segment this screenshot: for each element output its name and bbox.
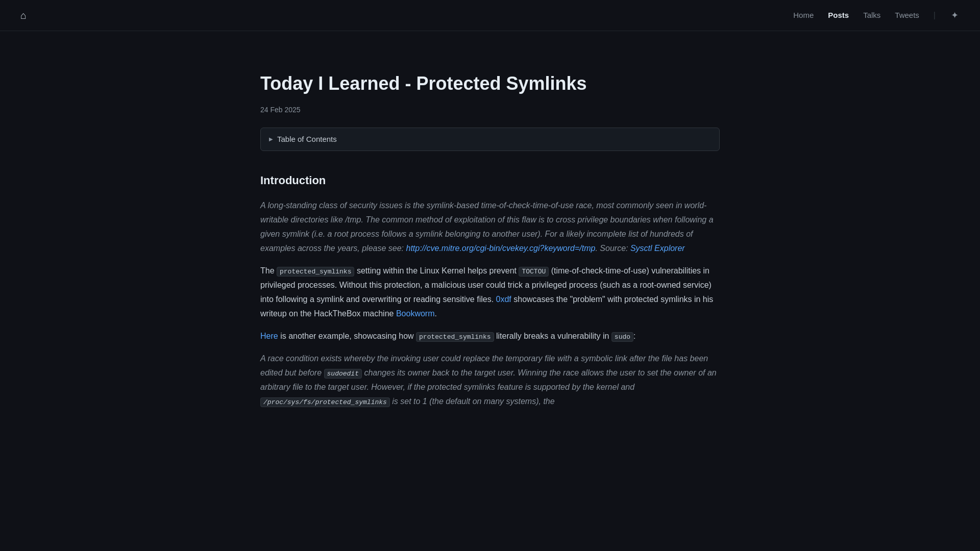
intro-para-2-text-2: setting within the Linux Kernel helps pr… [354, 266, 519, 275]
sysctl-explorer-link[interactable]: Sysctl Explorer [630, 244, 685, 253]
proc-symlinks-code: /proc/sys/fs/protected_symlinks [260, 397, 390, 407]
intro-para-4-text-3: is set to 1 (the default on many systems… [390, 397, 555, 406]
intro-para-3: Here is another example, showcasing how … [260, 329, 720, 343]
nav-talks[interactable]: Talks [863, 9, 880, 21]
toctou-code: TOCTOU [519, 267, 549, 277]
toc-summary[interactable]: ▶ Table of Contents [269, 133, 711, 145]
intro-para-4: A race condition exists whereby the invo… [260, 352, 720, 409]
nav-posts[interactable]: Posts [828, 9, 849, 21]
intro-para-2-text-1: The [260, 266, 277, 275]
bookworm-link[interactable]: Bookworm [396, 309, 435, 318]
cve-link[interactable]: http://cve.mitre.org/cgi-bin/cvekey.cgi?… [406, 244, 595, 253]
intro-para-1-text-after: . Source: [595, 244, 630, 253]
nav-divider: | [934, 9, 936, 22]
section-heading-introduction: Introduction [260, 171, 720, 189]
here-link[interactable]: Here [260, 332, 278, 340]
section-introduction: Introduction A long-standing class of se… [260, 171, 720, 409]
post-date: 24 Feb 2025 [260, 104, 720, 115]
main-content: Today I Learned - Protected Symlinks 24 … [240, 31, 740, 456]
navbar: ⌂ Home Posts Talks Tweets | ✦ [0, 0, 980, 31]
toc-label: Table of Contents [277, 133, 337, 145]
0xdf-link[interactable]: 0xdf [496, 295, 511, 304]
intro-para-1: A long-standing class of security issues… [260, 198, 720, 256]
protected-symlinks-code-1: protected_symlinks [277, 267, 354, 277]
nav-home[interactable]: Home [793, 9, 814, 21]
protected-symlinks-code-2: protected_symlinks [416, 332, 494, 342]
sudoedit-code: sudoedit [324, 369, 362, 379]
post-title: Today I Learned - Protected Symlinks [260, 72, 720, 96]
home-icon: ⌂ [20, 10, 27, 21]
intro-para-2-text-5: . [435, 309, 437, 318]
toc-details[interactable]: ▶ Table of Contents [260, 128, 720, 151]
theme-icon: ✦ [951, 10, 959, 21]
home-icon-link[interactable]: ⌂ [20, 7, 27, 23]
nav-links: Home Posts Talks Tweets | ✦ [793, 9, 960, 22]
intro-para-3-text-2: literally breaks a vulnerability in [494, 332, 611, 340]
intro-para-2: The protected_symlinks setting within th… [260, 264, 720, 321]
nav-tweets[interactable]: Tweets [895, 9, 919, 21]
intro-para-3-text-3: : [633, 332, 635, 340]
sudo-code: sudo [611, 332, 633, 342]
theme-toggle-button[interactable]: ✦ [950, 9, 960, 22]
toc-arrow-icon: ▶ [269, 135, 273, 143]
intro-para-3-text-1: is another example, showcasing how [278, 332, 416, 340]
